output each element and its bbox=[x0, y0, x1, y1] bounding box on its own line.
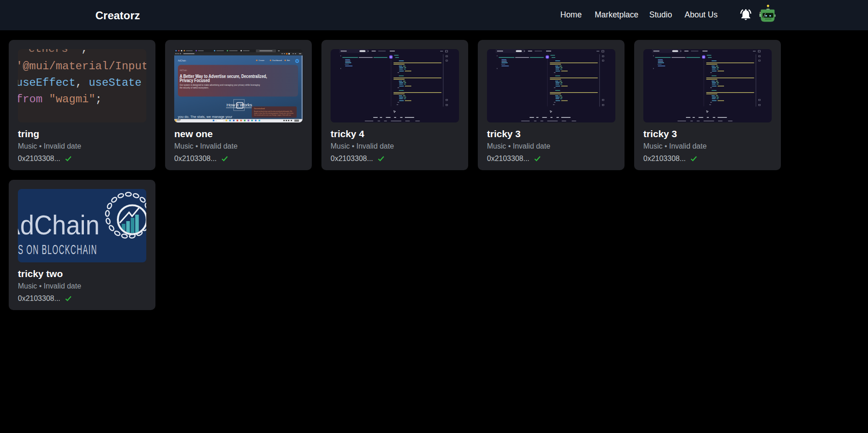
svg-text:Create: Create bbox=[259, 59, 265, 61]
svg-text:you do. The stats, we manage y: you do. The stats, we manage your bbox=[178, 115, 232, 119]
svg-text:AdChain: AdChain bbox=[18, 210, 100, 240]
svg-text:AdChain: AdChain bbox=[180, 69, 187, 72]
svg-text:the security of web3 ecosystem: the security of web3 ecosystem. bbox=[180, 86, 209, 89]
svg-text:Decentralized: Decentralized bbox=[254, 108, 265, 110]
svg-text:the record and no one can chan: the record and no one can change it agai… bbox=[254, 114, 292, 116]
svg-text:AdChain: AdChain bbox=[178, 60, 186, 62]
svg-text:DS ON BLOCKCHAIN: DS ON BLOCKCHAIN bbox=[18, 242, 97, 257]
svg-text:Privacy Focused: Privacy Focused bbox=[180, 78, 210, 83]
svg-text:Bet: Bet bbox=[287, 59, 290, 61]
svg-text:How it Works: How it Works bbox=[227, 102, 252, 107]
svg-text:Dashboard: Dashboard bbox=[272, 59, 282, 61]
